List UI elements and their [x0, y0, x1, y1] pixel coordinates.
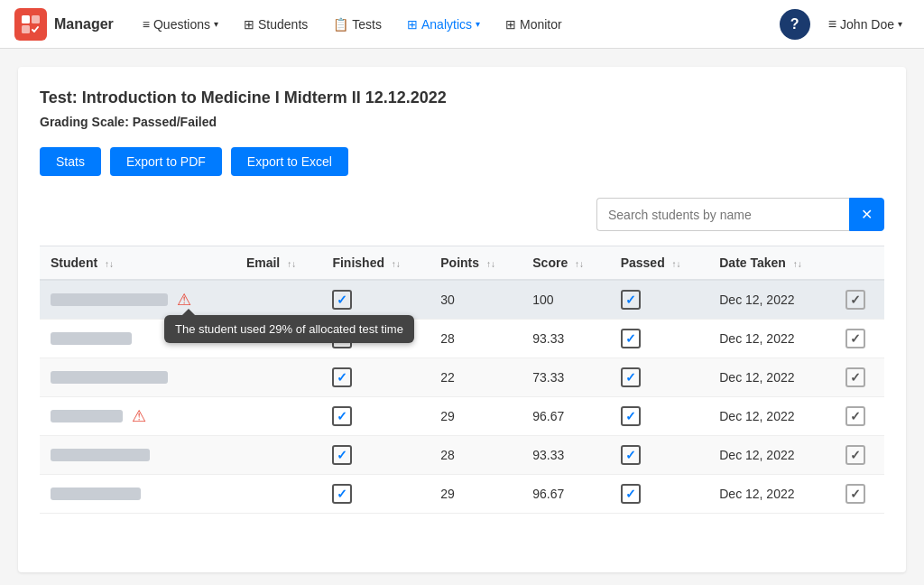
navbar: Manager ≡ Questions ▾ ⊞ Students 📋 Tests… — [0, 0, 924, 49]
table-wrapper: Student ↑↓ Email ↑↓ Finished ↑↓ Points ↑… — [40, 246, 884, 514]
date-cell: Dec 12, 2022 — [708, 475, 834, 514]
search-input[interactable] — [596, 198, 849, 231]
student-name-placeholder — [51, 410, 123, 422]
sort-icon-score: ↑↓ — [575, 259, 584, 269]
score-cell: 100 — [522, 280, 609, 320]
main-content: Test: Introduction to Medicine I Midterm… — [18, 67, 906, 572]
points-cell: 29 — [430, 475, 522, 514]
nav-item-analytics[interactable]: ⊞ Analytics ▾ — [396, 12, 491, 37]
stats-button[interactable]: Stats — [40, 147, 101, 176]
date-cell: Dec 12, 2022 — [708, 358, 834, 397]
row-checkbox[interactable]: ✓ — [845, 484, 865, 504]
col-email[interactable]: Email ↑↓ — [236, 246, 322, 281]
student-name-placeholder — [51, 293, 168, 306]
passed-cell: ✓ — [610, 320, 709, 358]
nav-questions-label: Questions — [153, 17, 210, 32]
passed-cell: ✓ — [610, 436, 709, 475]
students-table: Student ↑↓ Email ↑↓ Finished ↑↓ Points ↑… — [40, 246, 884, 514]
export-pdf-button[interactable]: Export to PDF — [110, 147, 222, 176]
page-title: Test: Introduction to Medicine I Midterm… — [40, 88, 884, 107]
row-select-cell: ✓ — [835, 358, 885, 397]
nav-item-students[interactable]: ⊞ Students — [233, 12, 319, 37]
warning-icon[interactable]: ⚠ — [132, 406, 146, 426]
passed-cell: ✓ — [610, 475, 709, 514]
email-cell — [236, 358, 322, 397]
nav-tests-icon: 📋 — [333, 17, 348, 32]
col-date[interactable]: Date Taken ↑↓ — [708, 246, 834, 281]
col-extra — [835, 246, 885, 281]
table-row: ✓2273.33✓Dec 12, 2022✓ — [40, 358, 884, 397]
sort-icon-passed: ↑↓ — [672, 259, 681, 269]
row-checkbox[interactable]: ✓ — [845, 290, 865, 310]
passed-cell: ✓ — [610, 397, 709, 436]
col-student[interactable]: Student ↑↓ — [40, 246, 236, 281]
row-checkbox[interactable]: ✓ — [845, 445, 865, 465]
sort-icon-email: ↑↓ — [287, 259, 296, 269]
svg-rect-0 — [22, 15, 30, 23]
email-cell — [236, 280, 322, 320]
brand[interactable]: Manager — [14, 8, 114, 41]
row-checkbox[interactable]: ✓ — [845, 406, 865, 426]
nav-item-questions[interactable]: ≡ Questions ▾ — [132, 12, 229, 37]
score-cell: 93.33 — [522, 320, 609, 358]
points-cell: 30 — [430, 280, 522, 320]
student-cell: ⚠ The student used 29% of allocated test… — [40, 280, 236, 320]
user-chevron-icon: ▾ — [898, 19, 902, 29]
date-cell: Dec 12, 2022 — [708, 436, 834, 475]
table-header-row: Student ↑↓ Email ↑↓ Finished ↑↓ Points ↑… — [40, 246, 884, 281]
brand-icon — [14, 8, 47, 41]
nav-item-monitor[interactable]: ⊞ Monitor — [494, 12, 573, 37]
table-row: ⚠ The student used 29% of allocated test… — [40, 280, 884, 320]
warning-icon[interactable]: ⚠ — [177, 291, 191, 309]
sort-icon-points: ↑↓ — [486, 259, 495, 269]
nav-analytics-icon: ⊞ — [407, 17, 418, 32]
finished-cell: ✓ — [321, 436, 430, 475]
sort-icon-date: ↑↓ — [793, 259, 802, 269]
points-cell: 28 — [430, 320, 522, 358]
user-menu[interactable]: ≡ John Doe ▾ — [821, 13, 910, 36]
svg-rect-1 — [32, 15, 40, 23]
hamburger-icon: ≡ — [828, 16, 836, 32]
finished-cell: ✓ — [321, 358, 430, 397]
passed-checkbox: ✓ — [621, 445, 641, 465]
col-passed[interactable]: Passed ↑↓ — [610, 246, 709, 281]
col-score[interactable]: Score ↑↓ — [522, 246, 609, 281]
finished-cell: ✓ — [321, 397, 430, 436]
nav-item-tests[interactable]: 📋 Tests — [322, 12, 393, 37]
row-select-cell: ✓ — [835, 475, 885, 514]
search-icon: ✕ — [861, 206, 873, 223]
student-cell — [40, 358, 236, 397]
brand-label: Manager — [54, 16, 114, 32]
user-label: John Doe — [840, 17, 894, 32]
score-cell: 96.67 — [522, 475, 609, 514]
help-button[interactable]: ? — [780, 9, 810, 40]
passed-checkbox: ✓ — [621, 367, 641, 387]
export-excel-button[interactable]: Export to Excel — [231, 147, 348, 176]
date-cell: Dec 12, 2022 — [708, 320, 834, 358]
passed-checkbox: ✓ — [621, 290, 641, 310]
search-button[interactable]: ✕ — [849, 198, 884, 231]
col-points[interactable]: Points ↑↓ — [430, 246, 522, 281]
points-cell: 28 — [430, 436, 522, 475]
finished-checkbox: ✓ — [332, 290, 352, 310]
nav-tests-label: Tests — [352, 17, 382, 32]
tooltip-container: ⚠ The student used 29% of allocated test… — [173, 290, 191, 310]
svg-rect-2 — [22, 25, 30, 33]
finished-checkbox: ✓ — [332, 367, 352, 387]
row-checkbox[interactable]: ✓ — [845, 367, 865, 387]
table-row: ✓2996.67✓Dec 12, 2022✓ — [40, 475, 884, 514]
student-cell: ⚠ — [40, 397, 236, 436]
date-cell: Dec 12, 2022 — [708, 280, 834, 320]
student-name-placeholder — [51, 488, 141, 500]
chevron-down-icon: ▾ — [214, 19, 218, 29]
nav-students-icon: ⊞ — [244, 17, 254, 32]
col-finished[interactable]: Finished ↑↓ — [321, 246, 430, 281]
passed-checkbox: ✓ — [621, 329, 641, 348]
nav-questions-icon: ≡ — [143, 17, 150, 32]
passed-cell: ✓ — [610, 280, 709, 320]
nav-students-label: Students — [258, 17, 308, 32]
help-icon: ? — [790, 16, 799, 32]
student-name-placeholder — [51, 371, 168, 384]
passed-checkbox: ✓ — [621, 406, 641, 426]
row-checkbox[interactable]: ✓ — [845, 329, 865, 348]
